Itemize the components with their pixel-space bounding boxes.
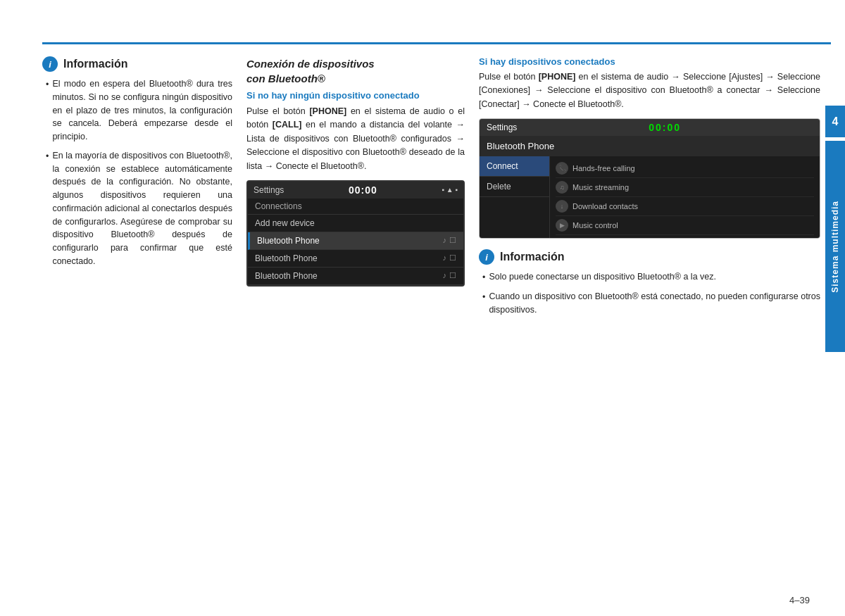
sidebar-tab: Sistema multimedia [825, 141, 845, 352]
screen-row-add-device: Add new device [248, 215, 463, 232]
list-item: • Solo puede conectarse un dispositivo B… [482, 270, 820, 284]
right-column: Si hay dispositivos conectados Pulse el … [479, 56, 820, 588]
music-icon: ♪ [443, 253, 447, 263]
section-subtitle-no-device: Si no hay ningún dispositivo conectado [246, 90, 465, 101]
info-header-right: i Información [479, 249, 820, 265]
bullet-dot: • [46, 150, 49, 268]
bt-phone-label-1: Bluetooth Phone [257, 236, 320, 246]
music-control-icon: ▶ [556, 219, 568, 232]
screen-row-bt3: Bluetooth Phone ♪ ☐ [248, 268, 463, 285]
screen-right-header: Settings 00:00 [480, 119, 820, 136]
feature-hands-free: 📞 Hands-free calling [556, 159, 814, 178]
content-area: i Información • El modo en espera del Bl… [42, 56, 820, 588]
screen-right-body: Bluetooth Phone Connect Delete 📞 Hands-f… [480, 136, 820, 238]
middle-column: Conexión de dispositivos con Bluetooth® … [246, 56, 465, 588]
info-title-right: Información [500, 251, 565, 263]
screen-mockup-middle: Settings 00:00 ▪ ▲ ▪ Connections Add new… [246, 180, 465, 287]
bullet-text-2: En la mayoría de dispositivos con Blueto… [52, 149, 232, 268]
screen-mockup-right: Settings 00:00 Bluetooth Phone Connect D… [479, 118, 820, 239]
screen-time: 00:00 [349, 184, 377, 196]
screen-right-time: 00:00 [649, 122, 681, 133]
connect-button[interactable]: Connect [480, 156, 549, 177]
chapter-number-tab: 4 [825, 106, 845, 137]
info-box-right: i Información • Solo puede conectarse un… [479, 249, 820, 322]
screen-features: 📞 Hands-free calling ♫ Music streaming ↓… [550, 156, 820, 238]
phone-icon: ☐ [449, 271, 456, 280]
screen-label: Settings [254, 185, 284, 195]
bullet-dot: • [482, 271, 485, 284]
page: 4 Sistema multimedia i Información • El … [0, 0, 845, 616]
bullet-dot: • [46, 78, 49, 144]
delete-button[interactable]: Delete [480, 177, 549, 197]
phone-icon: ☐ [449, 253, 456, 263]
sidebar-tab-label: Sistema multimedia [830, 201, 840, 293]
screen-right-label: Settings [487, 122, 517, 132]
music-icon: ♪ [443, 271, 447, 280]
bt-phone-label-2: Bluetooth Phone [255, 253, 318, 263]
section-title: Conexión de dispositivos con Bluetooth® [246, 56, 465, 86]
bullet-text-r2: Cuando un dispositivo con Bluetooth® est… [489, 290, 820, 317]
info-icon-left: i [42, 56, 58, 72]
bt-icons-3: ♪ ☐ [443, 271, 457, 280]
info-bullets-left: • El modo en espera del Bluetooth® dura … [42, 77, 232, 274]
page-number: 4–39 [789, 595, 810, 605]
bt-phone-label-3: Bluetooth Phone [255, 271, 318, 281]
screen-row-bt1-selected: Bluetooth Phone ♪ ☐ [248, 232, 463, 250]
info-bullets-right: • Solo puede conectarse un dispositivo B… [479, 270, 820, 322]
feature-music-control: ▶ Music control [556, 216, 814, 235]
screen-row-connections: Connections [248, 199, 463, 215]
music-icon: ♪ [443, 236, 447, 245]
info-title-left: Información [63, 58, 128, 70]
feature-download-contacts: ↓ Download contacts [556, 197, 814, 216]
list-item: • Cuando un dispositivo con Bluetooth® e… [482, 290, 820, 317]
info-icon-right: i [479, 249, 494, 265]
music-streaming-icon: ♫ [556, 181, 568, 194]
hands-free-icon: 📞 [556, 162, 568, 175]
bullet-text-1: El modo en espera del Bluetooth® dura tr… [52, 77, 232, 144]
list-item: • El modo en espera del Bluetooth® dura … [46, 77, 232, 144]
screen-icons: ▪ ▲ ▪ [442, 186, 458, 194]
top-decorative-line [42, 42, 831, 44]
left-column: i Información • El modo en espera del Bl… [42, 56, 232, 588]
bt-icons-2: ♪ ☐ [443, 253, 457, 263]
bullet-dot: • [482, 291, 485, 317]
screen-row-bt2: Bluetooth Phone ♪ ☐ [248, 250, 463, 268]
body-text-middle: Pulse el botón [PHONE] en el sistema de … [246, 105, 465, 173]
subtitle-if-connected: Si hay dispositivos conectados [479, 56, 820, 67]
chapter-number: 4 [832, 115, 839, 128]
feature-music-streaming: ♫ Music streaming [556, 178, 814, 197]
body-text-right: Pulse el botón [PHONE] en el sistema de … [479, 70, 820, 111]
screen-action-buttons: Connect Delete [480, 156, 550, 238]
download-contacts-icon: ↓ [556, 200, 568, 213]
screen-bt-title: Bluetooth Phone [480, 136, 820, 156]
screen-right-actions: Connect Delete 📞 Hands-free calling ♫ Mu… [480, 156, 820, 238]
info-header-left: i Información [42, 56, 232, 72]
list-item: • En la mayoría de dispositivos con Blue… [46, 149, 232, 268]
phone-icon: ☐ [449, 236, 456, 245]
info-box-left: i Información • El modo en espera del Bl… [42, 56, 232, 274]
screen-header-middle: Settings 00:00 ▪ ▲ ▪ [248, 182, 463, 199]
bt-icons-1: ♪ ☐ [443, 236, 457, 245]
bullet-text-r1: Solo puede conectarse un dispositivo Blu… [489, 270, 716, 284]
